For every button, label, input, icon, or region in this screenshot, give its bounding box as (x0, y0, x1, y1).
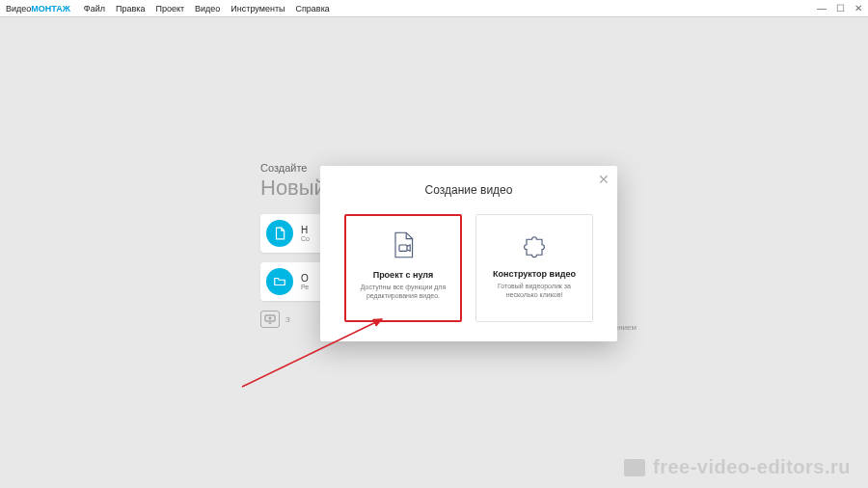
start-mini-text: З (285, 315, 290, 324)
modal-title: Создание видео (320, 166, 617, 197)
start-btn1-sub: Со (301, 235, 310, 243)
modal-cards: Проект с нуля Доступны все функции для р… (320, 214, 617, 322)
menu-edit[interactable]: Правка (116, 4, 145, 14)
close-button[interactable]: ✕ (854, 3, 862, 14)
start-btn2-text: О Ре (301, 273, 309, 291)
menu-tools[interactable]: Инструменты (231, 4, 285, 14)
menu-file[interactable]: Файл (84, 4, 105, 14)
watermark-text: free-video-editors.ru (653, 456, 851, 478)
svg-rect-0 (265, 315, 275, 321)
create-video-modal: ✕ Создание видео Проект с нуля Доступны … (320, 166, 617, 341)
svg-point-1 (269, 317, 271, 319)
puzzle-icon (519, 229, 550, 259)
card2-desc: Готовый видеоролик за несколько кликов! (476, 282, 592, 299)
menu-items: Файл Правка Проект Видео Инструменты Спр… (84, 4, 330, 14)
watermark: free-video-editors.ru (624, 456, 851, 478)
brand-b: МОНТАЖ (31, 4, 70, 14)
menu-video[interactable]: Видео (195, 4, 220, 14)
menu-help[interactable]: Справка (295, 4, 329, 14)
card-video-constructor[interactable]: Конструктор видео Готовый видеоролик за … (475, 214, 593, 322)
screen-icon (260, 311, 280, 328)
watermark-icon (624, 459, 645, 476)
start-btn1-text: Н Со (301, 225, 310, 243)
start-btn2-sub: Ре (301, 284, 309, 291)
minimize-button[interactable]: — (817, 3, 827, 14)
brand-a: Видео (6, 4, 31, 14)
maximize-button[interactable]: ☐ (836, 3, 845, 14)
start-btn1-letter: Н (301, 225, 310, 235)
card-project-from-scratch[interactable]: Проект с нуля Доступны все функции для р… (344, 214, 462, 322)
menu-project[interactable]: Проект (155, 4, 184, 14)
window-controls: — ☐ ✕ (817, 3, 862, 14)
card1-desc: Доступны все функции для редактирования … (346, 283, 460, 300)
svg-rect-2 (399, 245, 407, 251)
modal-close-button[interactable]: ✕ (598, 172, 610, 187)
document-icon (266, 220, 293, 247)
file-video-icon (388, 230, 419, 260)
menu-bar: ВидеоМОНТАЖ Файл Правка Проект Видео Инс… (0, 0, 868, 17)
folder-icon (266, 268, 293, 295)
card2-title: Конструктор видео (493, 269, 576, 279)
app-brand: ВидеоМОНТАЖ (6, 4, 70, 14)
start-btn2-letter: О (301, 273, 309, 284)
card1-title: Проект с нуля (373, 270, 434, 280)
